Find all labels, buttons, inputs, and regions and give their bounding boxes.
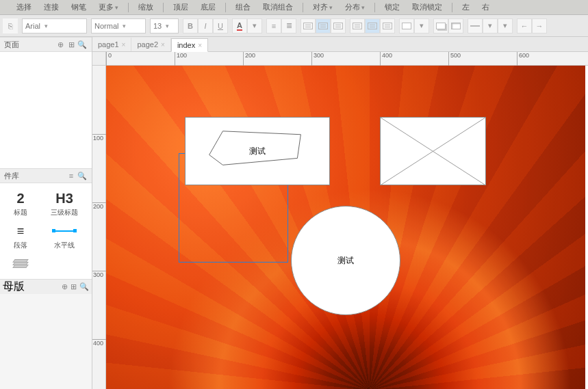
font-weight-dropdown[interactable]: Normal▾ — [91, 18, 146, 33]
page-tabs: page1× page2× index× — [92, 37, 588, 52]
tool-front[interactable]: 顶层 — [168, 2, 194, 12]
image-placeholder-icon — [381, 118, 485, 185]
tool-group[interactable]: 组合 — [230, 2, 256, 12]
tool-zoom[interactable]: 缩放 — [133, 2, 159, 12]
h2-icon: 2 — [0, 189, 41, 208]
tool-lock[interactable]: 锁定 — [379, 2, 405, 12]
font-family-dropdown[interactable]: Arial▾ — [22, 18, 87, 33]
tool-align[interactable]: 对齐 — [307, 2, 338, 12]
italic-button[interactable]: I — [198, 18, 213, 33]
main-toolbar: 选择 连接 钢笔 更多 缩放 顶层 底层 组合 取消组合 对齐 分布 锁定 取消… — [0, 0, 588, 15]
add-master-folder-icon[interactable]: ⊞ — [71, 282, 77, 291]
valign-bottom-button[interactable] — [380, 18, 395, 33]
lib-search-icon[interactable]: 🔍 — [77, 170, 88, 181]
arrow-start-button[interactable]: ← — [517, 18, 532, 33]
tool-unlock[interactable]: 取消锁定 — [407, 2, 448, 12]
add-folder-icon[interactable]: ⊞ — [66, 39, 77, 50]
close-icon[interactable]: × — [198, 42, 202, 49]
masters-panel-header: 母版 ⊕ ⊞ 🔍 — [0, 279, 92, 294]
close-icon[interactable]: × — [161, 41, 165, 49]
copy-icon[interactable]: ⎘ — [3, 18, 18, 33]
lib-menu-icon[interactable]: ≡ — [66, 170, 77, 181]
add-page-icon[interactable]: ⊕ — [55, 39, 66, 50]
line-width-button[interactable]: ▾ — [483, 18, 498, 33]
tool-distribute[interactable]: 分布 — [340, 2, 370, 12]
numbering-button[interactable]: ≣ — [281, 18, 296, 33]
tool-back[interactable]: 底层 — [195, 2, 221, 12]
ruler-vertical[interactable]: 100 200 300 400 — [92, 66, 106, 389]
lib-item-hr[interactable]: 水平线 — [44, 222, 85, 250]
tool-pen[interactable]: 钢笔 — [66, 2, 92, 12]
close-icon[interactable]: × — [122, 41, 126, 49]
pages-title: 页面 — [4, 40, 19, 50]
valign-middle-button[interactable] — [365, 18, 380, 33]
lib-item-h2[interactable]: 2 标题 — [0, 189, 41, 217]
pages-panel-header: 页面 ⊕ ⊞ 🔍 — [0, 37, 92, 52]
arrow-end-button[interactable]: → — [532, 18, 547, 33]
library-panel-header: 件库 ≡ 🔍 — [0, 168, 92, 183]
tool-select[interactable]: 选择 — [11, 2, 37, 12]
align-right-button[interactable] — [331, 18, 346, 33]
tool-right[interactable]: 右 — [476, 2, 495, 12]
stack-icon — [0, 254, 41, 273]
lib-item-h3[interactable]: H3 三级标题 — [44, 189, 85, 217]
h3-icon: H3 — [44, 189, 85, 208]
canvas[interactable]: 测试 测试 — [106, 66, 588, 389]
align-center-button[interactable] — [316, 18, 331, 33]
tab-page1[interactable]: page1× — [92, 38, 131, 51]
content-area: page1× page2× index× 0 100 200 300 400 5… — [92, 37, 588, 389]
rect-label: 测试 — [249, 146, 266, 157]
add-master-icon[interactable]: ⊕ — [62, 282, 68, 291]
tool-ungroup[interactable]: 取消组合 — [257, 2, 298, 12]
lib-item-paragraph[interactable]: ≡ 段落 — [0, 222, 41, 250]
tab-page2[interactable]: page2× — [131, 38, 170, 51]
line-style-button[interactable]: ▾ — [498, 18, 513, 33]
ruler-horizontal[interactable]: 0 100 200 300 400 500 600 — [106, 52, 588, 66]
valign-top-button[interactable] — [350, 18, 365, 33]
align-left-button[interactable] — [301, 18, 316, 33]
tab-index[interactable]: index× — [171, 38, 208, 52]
canvas-wrap: 0 100 200 300 400 500 600 100 200 300 40… — [92, 52, 588, 389]
fill-color-button[interactable] — [399, 18, 414, 33]
tool-connect[interactable]: 连接 — [38, 2, 64, 12]
lib-item-stack[interactable] — [0, 254, 41, 273]
tool-left[interactable]: 左 — [457, 2, 475, 12]
shape-rectangle[interactable]: 测试 — [185, 117, 330, 185]
fill-color-arrow[interactable]: ▾ — [414, 18, 429, 33]
sidebar: 页面 ⊕ ⊞ 🔍 件库 ≡ 🔍 2 标题 H3 三级标题 ≡ 段落 — [0, 37, 92, 389]
shape-circle[interactable]: 测试 — [291, 206, 400, 315]
text-color-arrow[interactable]: ▾ — [247, 18, 262, 33]
ruler-corner — [92, 52, 106, 66]
font-size-dropdown[interactable]: 13▾ — [150, 18, 179, 33]
tool-more[interactable]: 更多 — [93, 2, 124, 12]
search-masters-icon[interactable]: 🔍 — [79, 282, 89, 291]
hr-icon — [44, 222, 85, 241]
library-body: 2 标题 H3 三级标题 ≡ 段落 水平线 — [0, 183, 92, 279]
library-title: 件库 — [4, 171, 19, 181]
masters-title: 母版 — [3, 280, 59, 294]
outer-shadow-button[interactable] — [433, 18, 448, 33]
paragraph-icon: ≡ — [0, 222, 41, 241]
shape-image-placeholder[interactable] — [380, 117, 486, 185]
inner-shadow-button[interactable] — [448, 18, 463, 33]
underline-button[interactable]: U — [213, 18, 228, 33]
search-pages-icon[interactable]: 🔍 — [77, 39, 88, 50]
text-color-button[interactable]: A — [232, 18, 247, 33]
bold-button[interactable]: B — [183, 18, 198, 33]
format-toolbar: ⎘ Arial▾ Normal▾ 13▾ B I U A ▾ ≡ ≣ ▾ ▾ ▾… — [0, 15, 588, 37]
bullets-button[interactable]: ≡ — [266, 18, 281, 33]
circle-label: 测试 — [337, 255, 354, 267]
line-color-button[interactable] — [468, 18, 483, 33]
